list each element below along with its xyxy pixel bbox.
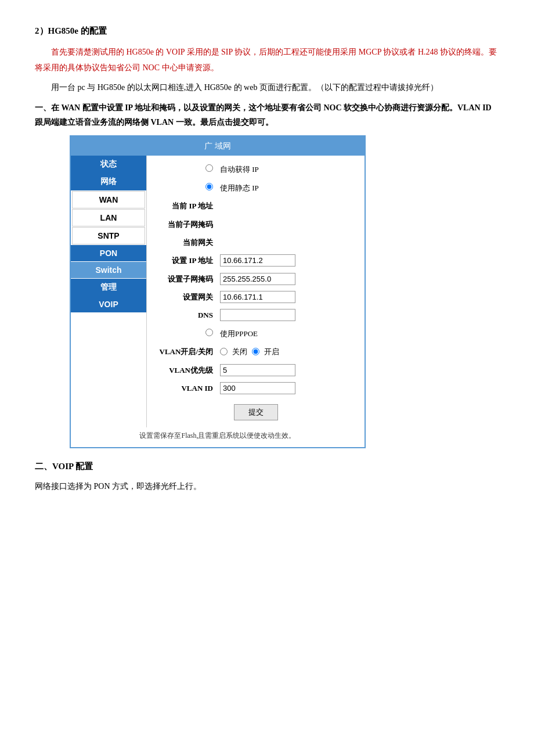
para1: 首先要清楚测试用的 HG850e 的 VOIP 采用的是 SIP 协议，后期的工… — [35, 45, 499, 75]
set-mask-field-cell — [217, 270, 359, 288]
pppoe-radio-cell — [153, 325, 217, 343]
set-ip-row: 设置 IP 地址 — [153, 251, 359, 269]
pppoe-radio[interactable] — [205, 329, 213, 336]
static-ip-label: 使用静态 IP — [217, 179, 359, 197]
auto-ip-radio[interactable] — [205, 164, 213, 172]
current-ip-value — [217, 197, 359, 215]
vlan-off-radio[interactable] — [220, 348, 228, 355]
wan-title: 一、在 WAN 配置中设置 IP 地址和掩码，以及设置的网关，这个地址要有省公司… — [35, 100, 499, 129]
current-mask-row: 当前子网掩码 — [153, 215, 359, 233]
current-gw-row: 当前网关 — [153, 233, 359, 251]
sidebar-btn-sntp[interactable]: SNTP — [72, 227, 145, 244]
sidebar-btn-voip[interactable]: VOIP — [71, 296, 146, 312]
form-area: 自动获得 IP 使用静态 IP 当前 IP 地址 当前子网掩码 — [146, 156, 365, 427]
vlan-priority-row: VLAN优先级 — [153, 361, 359, 379]
auto-ip-label: 自动获得 IP — [217, 160, 359, 178]
vlan-priority-label: VLAN优先级 — [153, 361, 217, 379]
vlan-id-input[interactable] — [220, 382, 295, 394]
dns-field-cell — [217, 306, 359, 324]
form-note: 设置需保存至Flash,且需重启系统以便使改动生效。 — [71, 427, 365, 447]
vlan-priority-input[interactable] — [220, 364, 295, 376]
vlan-toggle-controls: 关闭 开启 — [217, 343, 359, 361]
auto-ip-row: 自动获得 IP — [153, 160, 359, 178]
vlan-id-row: VLAN ID — [153, 379, 359, 397]
vlan-id-label: VLAN ID — [153, 379, 217, 397]
section2-para: 网络接口选择为 PON 方式，即选择光纤上行。 — [35, 479, 499, 495]
vlan-id-field-cell — [217, 379, 359, 397]
dns-row: DNS — [153, 306, 359, 324]
config-form-table: 自动获得 IP 使用静态 IP 当前 IP 地址 当前子网掩码 — [153, 160, 359, 397]
vlan-on-label: 开启 — [264, 345, 279, 358]
submit-area: 提交 — [153, 397, 359, 423]
set-gw-label: 设置网关 — [153, 288, 217, 306]
panel-title: 广 域网 — [71, 136, 365, 156]
section-title: 2）HG850e 的配置 — [35, 23, 499, 39]
sidebar: 状态 网络 WAN LAN SNTP PON Switch 管理 VOIP — [71, 156, 146, 427]
auto-ip-radio-cell — [153, 160, 217, 178]
set-gw-input[interactable] — [220, 291, 295, 303]
current-mask-label: 当前子网掩码 — [153, 215, 217, 233]
vlan-toggle-label: VLAN开启/关闭 — [153, 343, 217, 361]
pppoe-row: 使用PPPOE — [153, 325, 359, 343]
section2-title: 二、VOIP 配置 — [35, 459, 499, 474]
current-mask-value — [217, 215, 359, 233]
sidebar-btn-pon[interactable]: PON — [71, 245, 146, 261]
static-ip-row: 使用静态 IP — [153, 179, 359, 197]
set-ip-label: 设置 IP 地址 — [153, 251, 217, 269]
dns-input[interactable] — [220, 309, 295, 321]
sidebar-btn-wan[interactable]: WAN — [72, 191, 145, 208]
static-ip-radio[interactable] — [205, 183, 213, 190]
set-mask-label: 设置子网掩码 — [153, 270, 217, 288]
pppoe-label: 使用PPPOE — [217, 325, 359, 343]
sidebar-btn-lan[interactable]: LAN — [72, 209, 145, 226]
current-gw-value — [217, 233, 359, 251]
set-mask-row: 设置子网掩码 — [153, 270, 359, 288]
sidebar-btn-manage[interactable]: 管理 — [71, 279, 146, 296]
vlan-toggle-row: VLAN开启/关闭 关闭 开启 — [153, 343, 359, 361]
vlan-priority-field-cell — [217, 361, 359, 379]
current-ip-row: 当前 IP 地址 — [153, 197, 359, 215]
sidebar-btn-network[interactable]: 网络 — [71, 173, 146, 190]
para2: 用一台 pc 与 HG850e 的以太网口相连,进入 HG850e 的 web … — [35, 80, 499, 96]
dns-label: DNS — [153, 306, 217, 324]
static-ip-radio-cell — [153, 179, 217, 197]
vlan-on-radio[interactable] — [252, 348, 259, 355]
config-panel: 广 域网 状态 网络 WAN LAN SNTP PON Switch 管理 VO… — [70, 135, 366, 448]
document-content: 2）HG850e 的配置 首先要清楚测试用的 HG850e 的 VOIP 采用的… — [35, 23, 499, 495]
set-mask-input[interactable] — [220, 273, 295, 285]
sidebar-btn-state[interactable]: 状态 — [71, 156, 146, 173]
current-ip-label: 当前 IP 地址 — [153, 197, 217, 215]
set-gw-field-cell — [217, 288, 359, 306]
sidebar-btn-switch[interactable]: Switch — [71, 262, 146, 278]
vlan-off-label: 关闭 — [232, 345, 247, 358]
set-ip-field-cell — [217, 251, 359, 269]
set-gw-row: 设置网关 — [153, 288, 359, 306]
set-ip-input[interactable] — [220, 254, 295, 267]
current-gw-label: 当前网关 — [153, 233, 217, 251]
submit-button[interactable]: 提交 — [234, 404, 278, 420]
